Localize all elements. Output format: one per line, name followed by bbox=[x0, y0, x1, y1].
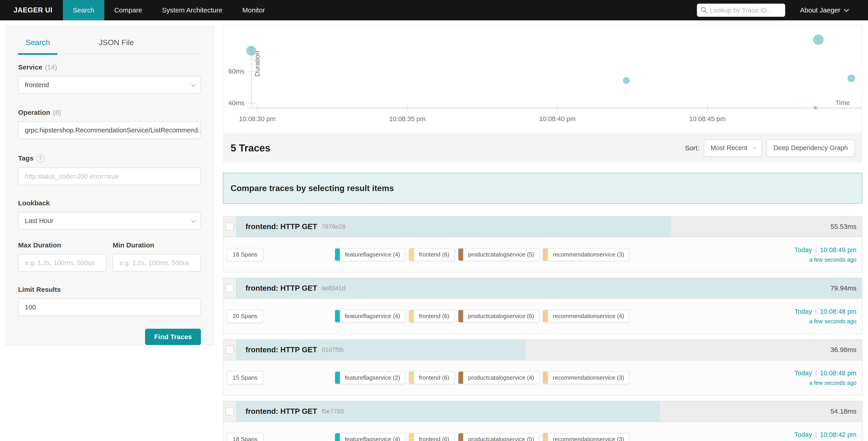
trace-head-content: frontend: HTTP GET f5e7783 54.18ms bbox=[246, 401, 857, 421]
trace-timestamp: Today | 10:08:42 pm a few seconds ago bbox=[795, 431, 857, 441]
timestamp-separator: | bbox=[815, 431, 817, 439]
service-badges: featureflagservice (4) frontend (6) prod… bbox=[335, 310, 630, 323]
scatterplot-svg[interactable]: 60ms40ms10:08:30 pm10:08:35 pm10:08:40 p… bbox=[223, 25, 862, 133]
sort-label: Sort: bbox=[685, 144, 699, 152]
limit-results-field bbox=[18, 298, 201, 316]
trace-card-header[interactable]: frontend: HTTP GET 01d7f9b 36.98ms bbox=[223, 340, 862, 360]
trace-lookup-input[interactable] bbox=[697, 4, 785, 17]
service-color-strip bbox=[409, 433, 414, 441]
span-count-chip[interactable]: 20 Spans bbox=[227, 310, 264, 323]
trace-count-title: 5 Traces bbox=[230, 142, 270, 154]
chevron-down-icon bbox=[844, 7, 849, 12]
help-icon[interactable]: ? bbox=[36, 154, 45, 163]
operation-select[interactable]: grpc.hipstershop.RecommendationService/L… bbox=[18, 121, 201, 139]
trace-checkbox[interactable] bbox=[226, 346, 234, 354]
chevron-down-icon bbox=[752, 145, 756, 149]
trace-card-body: 18 Spans featureflagservice (4) frontend… bbox=[223, 422, 862, 441]
svg-text:10:08:40 pm: 10:08:40 pm bbox=[539, 115, 576, 122]
service-badge[interactable]: featureflagservice (2) bbox=[335, 371, 405, 384]
service-badge[interactable]: frontend (6) bbox=[409, 371, 455, 384]
trace-checkbox[interactable] bbox=[226, 284, 234, 292]
timestamp-separator: | bbox=[815, 370, 817, 377]
sort-select[interactable]: Most Recent bbox=[704, 140, 762, 157]
trace-card-header[interactable]: frontend: HTTP GET ae8341d 79.94ms bbox=[223, 278, 862, 299]
find-traces-row: Find Traces bbox=[18, 329, 201, 345]
about-jaeger-label: About Jaeger bbox=[800, 6, 840, 14]
trace-card-header[interactable]: frontend: HTTP GET f5e7783 54.18ms bbox=[223, 401, 862, 422]
limit-results-label: Limit Results bbox=[18, 286, 201, 293]
about-jaeger-menu[interactable]: About Jaeger bbox=[800, 0, 868, 20]
service-badge[interactable]: productcatalogservice (6) bbox=[458, 310, 540, 323]
tags-field bbox=[18, 168, 201, 185]
trace-title: frontend: HTTP GET bbox=[246, 407, 317, 416]
service-badges: featureflagservice (4) frontend (6) prod… bbox=[335, 433, 630, 441]
trace-card-header[interactable]: frontend: HTTP GET 7876e26 55.53ms bbox=[223, 216, 862, 237]
trace-lookup-box bbox=[697, 4, 785, 17]
service-badge[interactable]: featureflagservice (4) bbox=[335, 248, 405, 261]
lookback-label: Lookback bbox=[18, 199, 201, 207]
find-traces-button[interactable]: Find Traces bbox=[145, 329, 201, 345]
service-badge[interactable]: frontend (6) bbox=[409, 433, 455, 441]
service-badge[interactable]: recommendationservice (3) bbox=[542, 371, 629, 384]
trace-id: 7876e26 bbox=[322, 223, 345, 230]
nav-item-monitor[interactable]: Monitor bbox=[232, 0, 275, 20]
trace-checkbox[interactable] bbox=[226, 407, 234, 415]
chevron-down-icon bbox=[191, 82, 196, 87]
tags-input[interactable] bbox=[25, 173, 194, 180]
max-duration-input[interactable] bbox=[25, 259, 99, 267]
trace-checkbox[interactable] bbox=[226, 223, 234, 231]
trace-id: ae8341d bbox=[322, 285, 345, 292]
service-badge[interactable]: productcatalogservice (5) bbox=[458, 248, 540, 261]
lookback-select[interactable]: Last Hour bbox=[18, 212, 201, 230]
trace-card[interactable]: frontend: HTTP GET f5e7783 54.18ms 18 Sp… bbox=[223, 401, 862, 441]
trace-time: 10:08:42 pm bbox=[820, 431, 857, 439]
min-duration-input[interactable] bbox=[120, 259, 194, 267]
service-color-strip bbox=[409, 372, 414, 384]
duration-group: Max Duration Min Duration bbox=[18, 241, 201, 272]
nav-item-system-architecture[interactable]: System Architecture bbox=[152, 0, 232, 20]
min-duration-field bbox=[113, 254, 201, 272]
trace-card[interactable]: frontend: HTTP GET ae8341d 79.94ms 20 Sp… bbox=[223, 277, 862, 334]
tab-json-file[interactable]: JSON File bbox=[91, 38, 142, 54]
span-count-chip[interactable]: 18 Spans bbox=[227, 248, 264, 261]
sort-value: Most Recent bbox=[711, 144, 747, 152]
service-badge[interactable]: recommendationservice (3) bbox=[542, 433, 629, 441]
service-color-strip bbox=[335, 433, 340, 441]
service-select[interactable]: frontend bbox=[18, 76, 201, 94]
deep-dependency-graph-button[interactable]: Deep Dependency Graph bbox=[767, 140, 855, 157]
max-duration-label: Max Duration bbox=[18, 241, 106, 249]
service-badge[interactable]: featureflagservice (4) bbox=[335, 310, 405, 323]
tab-search[interactable]: Search bbox=[18, 38, 58, 55]
trace-card[interactable]: frontend: HTTP GET 01d7f9b 36.98ms 15 Sp… bbox=[223, 339, 862, 395]
operation-count: (8) bbox=[53, 109, 61, 116]
trace-title: frontend: HTTP GET bbox=[246, 222, 317, 231]
timestamp-separator: | bbox=[815, 308, 817, 315]
trace-relative-time: a few seconds ago bbox=[795, 257, 857, 263]
service-badges: featureflagservice (4) frontend (6) prod… bbox=[335, 248, 630, 261]
service-color-strip bbox=[459, 372, 463, 384]
tags-label: Tags ? bbox=[18, 154, 201, 163]
nav-item-search[interactable]: Search bbox=[63, 0, 104, 20]
service-label: Service (14) bbox=[18, 63, 201, 71]
span-count-chip[interactable]: 15 Spans bbox=[227, 371, 264, 384]
trace-title: frontend: HTTP GET bbox=[246, 346, 317, 354]
compare-banner: Compare traces by selecting result items bbox=[223, 173, 862, 204]
service-badge[interactable]: frontend (6) bbox=[409, 310, 455, 323]
service-badge[interactable]: recommendationservice (4) bbox=[542, 310, 629, 323]
service-badge[interactable]: frontend (6) bbox=[409, 248, 455, 261]
svg-text:60ms: 60ms bbox=[228, 68, 244, 75]
service-badge[interactable]: recommendationservice (3) bbox=[542, 248, 629, 261]
service-badge[interactable]: productcatalogservice (5) bbox=[458, 433, 540, 441]
span-count-chip[interactable]: 18 Spans bbox=[227, 433, 264, 441]
operation-value: grpc.hipstershop.RecommendationService/L… bbox=[25, 126, 201, 134]
service-color-strip bbox=[335, 310, 340, 322]
svg-text:10:08:35 pm: 10:08:35 pm bbox=[389, 115, 425, 122]
nav-item-compare[interactable]: Compare bbox=[104, 0, 152, 20]
trace-day: Today bbox=[795, 246, 812, 254]
service-badge[interactable]: featureflagservice (4) bbox=[335, 433, 405, 441]
checkbox-column bbox=[223, 340, 236, 360]
svg-text:10:08:30 pm: 10:08:30 pm bbox=[239, 115, 275, 122]
service-badge[interactable]: productcatalogservice (4) bbox=[458, 371, 540, 384]
limit-results-input[interactable] bbox=[25, 303, 194, 311]
trace-card[interactable]: frontend: HTTP GET 7876e26 55.53ms 18 Sp… bbox=[223, 216, 862, 272]
